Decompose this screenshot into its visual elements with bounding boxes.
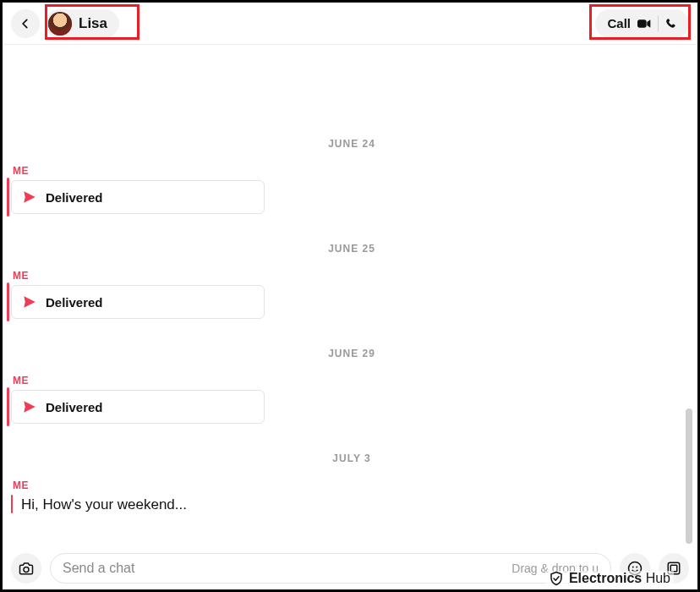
snap-sent-icon [22, 399, 37, 414]
snap-sent-icon [22, 294, 37, 310]
sender-label: ME [13, 480, 692, 491]
scrollbar-thumb[interactable] [686, 408, 692, 544]
sender-label: ME [13, 165, 692, 177]
message-snap[interactable]: Delivered [11, 390, 265, 424]
svg-rect-5 [668, 562, 680, 574]
back-button[interactable] [11, 9, 40, 38]
emoji-button[interactable] [620, 553, 650, 584]
chevron-left-icon [19, 18, 31, 30]
video-call-icon[interactable] [637, 19, 651, 29]
date-separator: JULY 3 [11, 452, 692, 464]
camera-icon [19, 562, 34, 575]
snap-sent-icon [22, 189, 37, 205]
message-text[interactable]: Hi, How's your weekend... [11, 495, 692, 513]
gallery-button[interactable] [659, 553, 689, 584]
chat-input-placeholder: Send a chat [63, 561, 134, 576]
message-status: Delivered [46, 295, 103, 310]
drop-hint: Drag & drop to u [511, 562, 599, 575]
message-snap[interactable]: Delivered [11, 180, 265, 214]
avatar [48, 12, 72, 36]
date-separator: JUNE 24 [11, 138, 692, 150]
svg-point-2 [629, 562, 642, 575]
message-status: Delivered [46, 400, 103, 414]
contact-pill[interactable]: Lisa [45, 9, 119, 38]
sender-label: ME [13, 375, 692, 386]
phone-call-icon[interactable] [665, 18, 677, 30]
message-text-content: Hi, How's your weekend... [18, 495, 187, 513]
message-status: Delivered [46, 190, 103, 205]
divider [658, 16, 659, 31]
chat-header: Lisa Call [3, 3, 697, 45]
svg-point-3 [632, 567, 634, 568]
smiley-icon [627, 561, 643, 576]
composer-bar: Send a chat Drag & drop to u [3, 547, 697, 589]
chat-scroll-area[interactable]: JUNE 24 ME Delivered JUNE 25 ME Delivere… [3, 45, 697, 547]
svg-point-1 [24, 567, 29, 573]
gallery-icon [666, 561, 681, 576]
svg-rect-0 [637, 19, 647, 27]
svg-point-4 [636, 567, 637, 568]
call-pill[interactable]: Call [595, 9, 689, 38]
chat-input[interactable]: Send a chat Drag & drop to u [50, 553, 611, 584]
contact-name: Lisa [79, 15, 107, 32]
camera-button[interactable] [11, 553, 41, 584]
svg-rect-6 [670, 565, 677, 572]
sender-label: ME [13, 270, 692, 282]
message-snap[interactable]: Delivered [11, 285, 265, 319]
call-label: Call [607, 16, 631, 30]
date-separator: JUNE 29 [11, 348, 692, 359]
date-separator: JUNE 25 [11, 243, 692, 255]
